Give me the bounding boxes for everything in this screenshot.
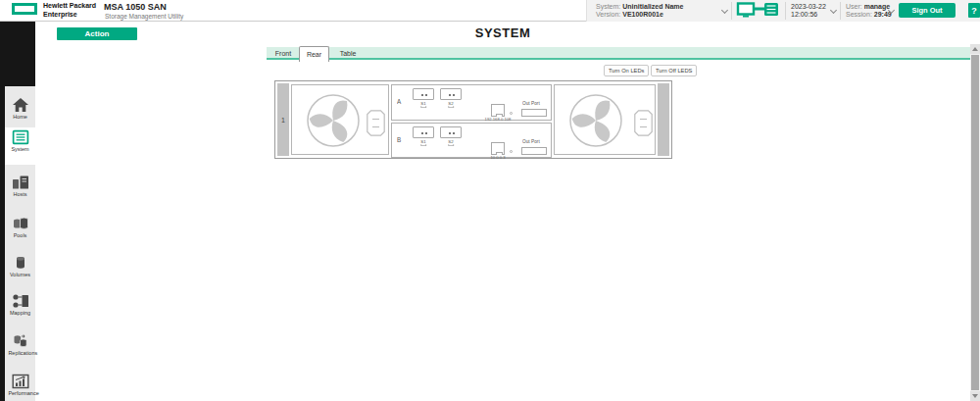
port-label: S2 — [444, 101, 458, 108]
datetime-block[interactable]: 2023-03-22 12:00:56 — [791, 3, 826, 19]
out-port-label: Out Port — [522, 101, 542, 106]
user-name: manage — [864, 3, 890, 10]
controller-a[interactable]: A S1 S2 192.168.0.108 Out Port — [391, 84, 552, 121]
port-pins-icon — [421, 94, 423, 96]
controller-a-ip-address: 192.168.0.108 — [475, 117, 521, 121]
system-label: System: — [596, 3, 620, 10]
reset-button-icon — [510, 150, 513, 153]
sidebar-item-pools[interactable]: Pools — [5, 214, 35, 239]
scrollbar-thumb[interactable] — [971, 55, 979, 390]
sidebar-item-hosts[interactable]: Hosts — [5, 173, 35, 198]
smu-window: Hewlett Packard Enterprise MSA 1050 SAN … — [0, 0, 980, 401]
hpe-logo-icon — [12, 3, 37, 15]
sidebar-item-label: Pools — [8, 232, 31, 237]
port-label: S2 — [444, 139, 458, 146]
enclosure-left-ear: 1 — [277, 83, 289, 156]
controller-b[interactable]: B S1 S2 10.0.0.3 Out Port — [391, 123, 552, 158]
help-button[interactable]: ? — [968, 3, 980, 18]
controller-b-out-port[interactable] — [521, 147, 547, 155]
home-icon — [12, 97, 29, 113]
fan-icon — [306, 93, 361, 148]
scroll-up-button[interactable] — [970, 44, 980, 54]
user-label: User: — [846, 3, 862, 10]
app-header: Hewlett Packard Enterprise MSA 1050 SAN … — [0, 0, 980, 22]
controller-a-network-port[interactable] — [491, 104, 505, 117]
system-info-block[interactable]: System: Uninitialized Name Version: VE10… — [596, 3, 683, 19]
controller-b-host-port-1[interactable] — [413, 126, 434, 138]
sidebar-item-home[interactable]: Home — [5, 95, 35, 121]
sign-out-button[interactable]: Sign Out — [899, 3, 956, 18]
enclosure-right-ear — [658, 83, 669, 156]
vertical-scrollbar[interactable] — [970, 44, 980, 401]
page-title: SYSTEM — [35, 25, 970, 40]
sidebar-item-label: Mapping — [8, 310, 31, 315]
header-status-bar: System: Uninitialized Name Version: VE10… — [586, 0, 980, 22]
hosts-icon — [12, 175, 29, 190]
power-inlet-icon — [367, 110, 385, 136]
sidebar-item-replications[interactable]: Replications — [5, 331, 35, 357]
reset-button-icon — [510, 112, 513, 115]
date-value: 2023-03-22 — [791, 3, 826, 10]
header-divider — [840, 2, 841, 20]
enclosure-rear-view: 1 A S1 S2 — [274, 80, 672, 159]
fan-icon — [568, 93, 623, 148]
tab-table[interactable]: Table — [331, 47, 365, 60]
view-tabstrip: Front Rear Table — [267, 47, 970, 60]
controller-a-host-port-1[interactable] — [413, 88, 434, 100]
sidebar-item-performance[interactable]: Performance — [5, 372, 35, 397]
sidebar-item-label: Home — [8, 114, 31, 119]
brand-line1: Hewlett Packard — [43, 2, 96, 11]
controller-b-ip-address: 10.0.0.3 — [475, 155, 521, 159]
sidebar-item-label: Hosts — [8, 191, 31, 196]
controller-a-label: A — [397, 99, 401, 105]
sidebar-item-system[interactable]: System — [5, 127, 35, 165]
header-divider — [785, 2, 786, 20]
user-session-block[interactable]: User: manage Session: 29:49 — [846, 3, 892, 19]
out-port-label: Out Port — [522, 139, 542, 144]
chevron-down-icon[interactable] — [830, 7, 837, 14]
product-name: MSA 1050 SAN — [104, 2, 167, 12]
chevron-down-icon[interactable] — [721, 7, 728, 14]
controller-b-host-port-2[interactable] — [440, 126, 462, 138]
version-value: VE100R001e — [622, 11, 663, 18]
performance-icon — [12, 374, 29, 389]
port-pins-icon — [449, 94, 451, 96]
scroll-down-button[interactable] — [970, 391, 980, 401]
turn-on-leds-label: Turn On LEDs — [609, 67, 644, 75]
header-divider — [731, 2, 732, 20]
session-label: Session: — [846, 11, 872, 18]
sidebar-item-label: Performance — [8, 390, 31, 395]
tab-rear[interactable]: Rear — [299, 46, 329, 62]
volumes-icon — [12, 255, 29, 271]
pools-icon — [12, 216, 29, 231]
sidebar-item-label: System — [8, 146, 31, 151]
tab-front[interactable]: Front — [269, 47, 298, 60]
controller-b-network-port[interactable] — [491, 142, 505, 155]
sidebar-item-label: Volumes — [8, 272, 31, 276]
power-supply-left[interactable] — [291, 84, 389, 155]
turn-off-leds-label: Turn Off LEDS — [656, 67, 692, 75]
turn-off-leds-button[interactable]: Turn Off LEDS — [651, 65, 697, 76]
time-value: 12:00:56 — [791, 11, 817, 18]
power-supply-right[interactable] — [554, 84, 656, 155]
sidebar-item-volumes[interactable]: Volumes — [5, 253, 35, 278]
product-subtitle: Storage Management Utility — [105, 13, 183, 20]
replications-icon — [12, 333, 29, 349]
brand-line2: Enterprise — [43, 11, 96, 20]
controller-a-out-port[interactable] — [521, 109, 547, 117]
sidebar-item-mapping[interactable]: Mapping — [5, 291, 35, 317]
system-name: Uninitialized Name — [622, 3, 683, 10]
system-icon — [12, 129, 29, 145]
power-inlet-icon — [634, 110, 653, 136]
controller-b-label: B — [397, 137, 401, 143]
enclosure-health-icon — [736, 2, 781, 20]
mapping-icon — [12, 293, 29, 309]
turn-on-leds-button[interactable]: Turn On LEDs — [604, 65, 649, 76]
port-label: S1 — [416, 101, 430, 108]
controller-a-host-port-2[interactable] — [440, 88, 462, 100]
port-pins-icon — [449, 132, 451, 134]
port-label: S1 — [416, 139, 430, 146]
version-label: Version: — [596, 11, 620, 18]
brand-name: Hewlett Packard Enterprise — [43, 2, 96, 19]
sidebar-item-label: Replications — [8, 350, 31, 355]
